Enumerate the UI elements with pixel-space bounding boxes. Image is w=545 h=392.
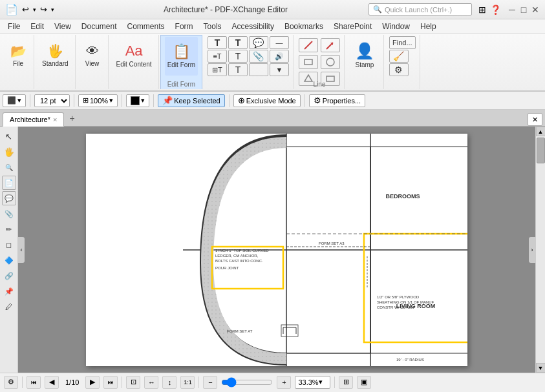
comment-tool-btn[interactable]: 💬	[2, 191, 16, 205]
link-tool-btn[interactable]: 🔗	[2, 269, 16, 283]
text-box-btn[interactable]: ⊞T	[208, 63, 227, 76]
undo-btn[interactable]: ↩	[22, 5, 29, 14]
text-btn-2[interactable]: T	[228, 36, 248, 49]
select-tool-btn[interactable]: ↖	[2, 129, 16, 143]
edit-form-icon: 📋	[173, 43, 190, 60]
menu-sharepoint[interactable]: SharePoint	[328, 21, 377, 32]
menu-tools[interactable]: Tools	[198, 21, 227, 32]
scroll-down-btn[interactable]: ▼	[536, 363, 546, 373]
right-scrollbar[interactable]: ▲ ▼	[535, 127, 545, 373]
attach-tool-btn[interactable]: 📎	[2, 207, 16, 221]
keep-selected-btn[interactable]: 📌 Keep Selected	[158, 94, 225, 107]
text-tool-btn[interactable]: 📄	[2, 176, 16, 190]
fit-height-btn[interactable]: ↕	[162, 376, 176, 389]
draw-tool-btn[interactable]: ✏	[2, 222, 16, 236]
rect-btn[interactable]	[299, 55, 318, 69]
zoom-level-display[interactable]: 33.3% ▾	[295, 376, 330, 389]
attach-btn[interactable]: 📎	[249, 50, 268, 63]
ribbon-group-edit-content: Aa Edit Content	[110, 35, 159, 89]
tab-close-btn[interactable]: ×	[53, 116, 57, 123]
view-mode-btn-2[interactable]: ▣	[357, 376, 371, 389]
misc-btn[interactable]: ⚙	[389, 63, 409, 76]
fit-width-btn[interactable]: ↔	[144, 376, 158, 389]
dropdown-btn[interactable]: ▼	[270, 63, 289, 76]
circle-btn[interactable]	[321, 55, 340, 69]
callout-btn[interactable]: 💬	[249, 36, 268, 49]
line-btn[interactable]	[299, 38, 318, 52]
document-tab-architecture[interactable]: Architecture* ×	[3, 112, 64, 127]
stamp-button[interactable]: 👤 Stamp	[350, 36, 379, 75]
scroll-track[interactable]	[536, 136, 545, 363]
stamp-tool-btn[interactable]: 📌	[2, 284, 16, 298]
maximize-btn[interactable]: □	[519, 5, 528, 14]
shape-tool-btn[interactable]: 🔷	[2, 253, 16, 267]
menu-form[interactable]: Form	[170, 21, 198, 32]
actual-size-btn[interactable]: 1:1	[180, 376, 195, 389]
next-page-btn[interactable]: ▶	[85, 376, 100, 389]
menu-accessibility[interactable]: Accessibility	[227, 21, 279, 32]
main-area: ↖ 🖐 🔍 📄 💬 📎 ✏ ◻ 🔷 🔗 📌 🖊 ‹	[0, 127, 545, 373]
scroll-thumb[interactable]	[537, 138, 545, 163]
exclusive-mode-btn[interactable]: ⊕ Exclusive Mode	[233, 94, 301, 107]
help-icon[interactable]: ❓	[489, 3, 502, 16]
prev-page-btn[interactable]: ◀	[45, 376, 59, 389]
canvas-area[interactable]: ‹	[18, 127, 535, 373]
quick-launch-search[interactable]: 🔍 Quick Launch (Ctrl+.)	[369, 3, 472, 15]
properties-btn[interactable]: ⚙ Properties...	[309, 94, 365, 107]
settings-btn[interactable]: ⚙	[4, 376, 18, 389]
redo-dropdown[interactable]: ▾	[51, 6, 54, 13]
standard-button[interactable]: 🖐 Standard	[39, 36, 71, 75]
zoom-in-btn[interactable]: +	[277, 376, 291, 389]
pen-tool-btn[interactable]: 🖊	[2, 300, 16, 314]
line-end-btn[interactable]: —	[270, 36, 289, 49]
font-size-select[interactable]: 12 pt	[34, 94, 70, 107]
zoom-slider[interactable]	[221, 377, 273, 387]
svg-rect-3	[305, 59, 312, 65]
view-mode-btn-1[interactable]: ⊞	[339, 376, 353, 389]
menu-edit[interactable]: Edit	[25, 21, 49, 32]
file-button[interactable]: 📂 File	[6, 36, 30, 75]
text-field-btn[interactable]: T	[208, 36, 227, 49]
scroll-up-btn[interactable]: ▲	[536, 127, 546, 136]
pan-tool-btn[interactable]: 🖐	[2, 145, 16, 159]
unknown-btn[interactable]	[249, 63, 268, 76]
undo-dropdown[interactable]: ▾	[33, 6, 36, 13]
arrow-btn[interactable]	[321, 38, 340, 52]
zoom-out-btn[interactable]: −	[203, 376, 217, 389]
eraser-btn[interactable]: 🧹	[389, 50, 409, 63]
first-page-btn[interactable]: ⏮	[27, 376, 41, 389]
edit-content-button[interactable]: Aa Edit Content	[114, 36, 155, 75]
menu-window[interactable]: Window	[377, 21, 415, 32]
shape-selector[interactable]: ⬛ ▾	[3, 94, 26, 107]
view-button[interactable]: 👁 View	[81, 36, 104, 75]
sound-btn[interactable]: 🔊	[270, 50, 289, 63]
edit-form-button[interactable]: 📋 Edit Form	[165, 37, 198, 76]
color-btn[interactable]: ▾	[126, 94, 149, 107]
menu-file[interactable]: File	[3, 21, 25, 32]
app-menu-icon[interactable]: ⊞	[477, 3, 487, 16]
window-controls[interactable]: ─ □ ✕	[508, 5, 540, 14]
close-btn[interactable]: ✕	[531, 5, 540, 14]
svg-text:SHEATHING ON 1/1 OF MANUF: SHEATHING ON 1/1 OF MANUF	[377, 300, 434, 304]
right-collapse-btn[interactable]: ›	[529, 237, 535, 263]
svg-line-0	[305, 41, 312, 49]
menu-view[interactable]: View	[49, 21, 76, 32]
multiline-text-btn[interactable]: ≡T	[208, 50, 227, 63]
menu-bookmarks[interactable]: Bookmarks	[279, 21, 328, 32]
zoom-tool-btn[interactable]: 🔍	[2, 160, 16, 174]
fit-page-btn[interactable]: ⊡	[126, 376, 140, 389]
text-btn-3[interactable]: T	[228, 50, 248, 63]
menu-document[interactable]: Document	[76, 21, 122, 32]
redo-btn[interactable]: ↪	[40, 5, 47, 14]
last-page-btn[interactable]: ⏭	[103, 376, 118, 389]
menu-help[interactable]: Help	[415, 21, 442, 32]
rect-tool-btn[interactable]: ◻	[2, 238, 16, 252]
new-tab-btn[interactable]: +	[64, 110, 80, 126]
close-view-btn[interactable]: ✕	[528, 113, 542, 126]
text-btn-4[interactable]: T	[228, 63, 248, 76]
menu-comments[interactable]: Comments	[122, 21, 170, 32]
zoom-selector[interactable]: ⊞ 100% ▾	[78, 94, 118, 107]
find-btn[interactable]: Find...	[389, 36, 416, 49]
left-collapse-btn[interactable]: ‹	[18, 237, 25, 263]
minimize-btn[interactable]: ─	[508, 5, 517, 14]
